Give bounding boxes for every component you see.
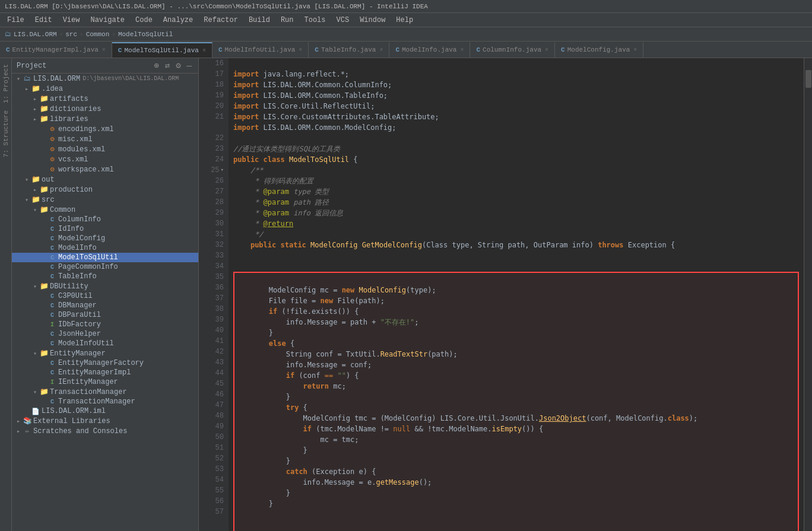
tree-common[interactable]: ▾ 📁 Common [12,205,198,215]
tree-artifacts[interactable]: ▸ 📁 artifacts [12,94,198,104]
breadcrumb-project[interactable]: LIS.DAL.ORM [14,31,57,38]
icon-ientity: I [47,379,57,386]
tab-close-7[interactable]: × [633,47,637,53]
tab-entitymanagerimpl[interactable]: C EntityManagerImpl.java × [0,42,112,58]
tab-close-3[interactable]: × [299,47,302,53]
tab-close-1[interactable]: × [102,47,106,53]
tree-modelinfo[interactable]: C ModelInfo [12,243,198,253]
menu-code[interactable]: Code [131,15,157,26]
menu-navigate[interactable]: Navigate [85,15,129,26]
line-30: * @return [233,220,293,228]
tree-dictionaries[interactable]: ▸ 📁 dictionaries [12,104,198,114]
tab-close-4[interactable]: × [379,47,383,53]
breadcrumb-src[interactable]: src [65,31,77,38]
code-editor[interactable]: import java.lang.reflect.*; import LIS.D… [229,58,804,531]
menu-edit[interactable]: Edit [30,15,57,26]
tree-c3p0util[interactable]: C C3P0Util [12,291,198,301]
tab-modelinfo[interactable]: C ModelInfo.java × [389,42,470,58]
menu-build[interactable]: Build [244,15,275,26]
tree-columninfo[interactable]: C ColumnInfo [12,215,198,224]
tree-idbfactory-label: IDbFactory [58,320,101,329]
folder-prod-icon: 📁 [39,185,49,194]
tree-dbmanager[interactable]: C DBManager [12,301,198,310]
tree-txmanager[interactable]: ▾ 📁 TransactionManager [12,387,198,397]
project-icon: 🗂 [23,74,32,83]
tree-modeltosqlutil[interactable]: C ModelToSqlUtil [12,253,198,262]
tree-misc[interactable]: ⚙ misc.xml [12,134,198,144]
left-tab-structure[interactable]: 7: Structure [1,107,11,161]
sidebar-collapse-btn[interactable]: — [185,61,194,71]
menu-view[interactable]: View [58,15,85,26]
tree-modelinfoutil[interactable]: C ModelInfoUtil [12,339,198,348]
line-24: public class ModelToSqlUtil { [233,155,358,164]
menu-tools[interactable]: Tools [300,15,331,26]
tree-modules-label: modules.xml [58,145,105,154]
menu-analyze[interactable]: Analyze [158,15,198,26]
tree-txclass[interactable]: C TransactionManager [12,397,198,406]
line-28: * @param path 路径 [233,198,329,206]
tree-dbutility[interactable]: ▾ 📁 DBUtility [12,281,198,291]
tree-extlibs[interactable]: ▸ 📚 External Libraries [12,416,198,426]
breadcrumb-file[interactable]: ModelToSqlUtil [118,31,173,38]
icon-modelinfo: C [47,245,57,252]
tab-modelconfig[interactable]: C ModelConfig.java × [555,42,643,58]
menu-window[interactable]: Window [355,15,390,26]
sidebar-sync-btn[interactable]: ⇄ [163,61,172,71]
tree-out[interactable]: ▾ 📁 out [12,174,198,185]
tree-modeltosqlutil-label: ModelToSqlUtil [58,253,118,262]
tree-modules[interactable]: ⚙ modules.xml [12,144,198,154]
folder-dbutility-icon: 📁 [39,282,49,291]
tree-vcs[interactable]: ⚙ vcs.xml [12,154,198,164]
tab-close-2[interactable]: × [202,47,206,54]
tab-modelinfoutil[interactable]: C ModelInfoUtil.java × [212,42,309,58]
tree-encodings[interactable]: ⚙ encodings.xml [12,124,198,134]
menu-file[interactable]: File [2,15,29,26]
scrollbar-thumb[interactable] [805,70,811,88]
tree-entitymanager[interactable]: ▾ 📁 EntityManager [12,348,198,358]
tree-production[interactable]: ▸ 📁 production [12,185,198,195]
menu-run[interactable]: Run [276,15,299,26]
tree-libraries[interactable]: ▸ 📁 libraries [12,114,198,124]
tree-pagecommoninfo[interactable]: C PageCommonInfo [12,262,198,272]
tab-close-5[interactable]: × [460,47,464,53]
tree-lisiml[interactable]: 📄 LIS.DAL.ORM.iml [12,406,198,416]
tree-ientity[interactable]: I IEntityManager [12,377,198,387]
sidebar-settings-btn[interactable]: ⚙ [174,61,182,71]
tree-encodings-label: encodings.xml [58,125,114,133]
left-tab-project[interactable]: 1: Project [1,61,11,107]
tree-scratches[interactable]: ▸ ✏ Scratches and Consoles [12,426,198,436]
menu-vcs[interactable]: VCS [332,15,354,26]
menu-help[interactable]: Help [391,15,418,26]
tree-modelconfig[interactable]: C ModelConfig [12,234,198,243]
editor-area: 1617181920 21 222324 25▾ 262728293031 32… [199,58,812,531]
menu-bar: File Edit View Navigate Code Analyze Ref… [0,13,812,27]
folder-em-icon: 📁 [39,349,49,358]
tree-txclass-label: TransactionManager [58,398,135,406]
tab-close-6[interactable]: × [545,47,548,53]
line-42: return mc; [234,382,346,390]
tab-columninfo[interactable]: C ColumnInfo.java × [470,42,555,58]
tree-idbfactory[interactable]: I IDbFactory [12,320,198,329]
tree-tableinfo[interactable]: C TableInfo [12,272,198,281]
line-34: File file = new File(path); [234,297,385,305]
breadcrumb-sep3: › [112,31,116,38]
code-lines-top: import java.lang.reflect.*; import LIS.D… [233,58,799,272]
breadcrumb-root[interactable]: 🗂 [5,30,11,38]
tree-src[interactable]: ▾ 📁 src [12,195,198,205]
arrow-prod: ▸ [31,186,39,193]
tree-idea[interactable]: ▸ 📁 .idea [12,84,198,94]
tab-tableinfo[interactable]: C TableInfo.java × [309,42,389,58]
tree-workspace[interactable]: ⚙ workspace.xml [12,164,198,174]
tree-ientity-label: IEntityManager [58,378,118,386]
tree-root[interactable]: ▾ 🗂 LIS.DAL.ORM D:\jbasesvn\DAL\LIS.DAL.… [12,74,198,84]
menu-refactor[interactable]: Refactor [199,15,243,26]
sidebar-add-btn[interactable]: ⊕ [152,61,160,71]
tree-idinfo[interactable]: C IdInfo [12,224,198,234]
tab-modeltosqlutil[interactable]: C ModelToSqlUtil.java × [112,42,212,58]
tree-dbparautil[interactable]: C DBParaUtil [12,310,198,320]
tree-jsonhelper[interactable]: C JsonHelper [12,329,198,339]
tree-emimpl[interactable]: C EntityManagerImpl [12,368,198,377]
tree-emfactory[interactable]: C EntityManagerFactory [12,358,198,368]
scrollbar-track[interactable] [804,58,812,531]
breadcrumb-common[interactable]: Common [86,31,110,38]
